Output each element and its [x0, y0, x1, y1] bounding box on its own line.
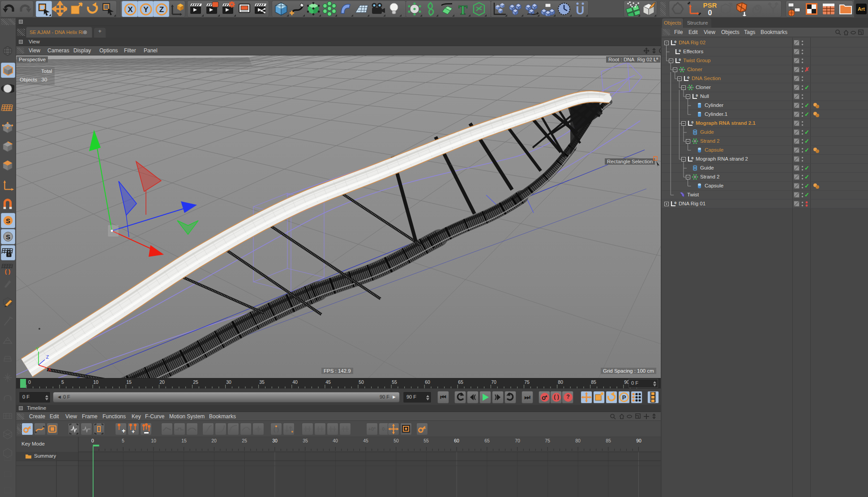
svg-text:( ): ( )	[5, 268, 10, 275]
svg-text:S: S	[6, 233, 10, 241]
svg-text:S: S	[6, 217, 10, 225]
svg-text:+: +	[132, 429, 135, 435]
svg-text:+: +	[122, 427, 125, 434]
svg-text:X: X	[128, 5, 133, 14]
svg-text:P: P	[622, 394, 626, 401]
svg-text:Z: Z	[46, 355, 49, 360]
svg-text:+0°: +0°	[368, 426, 376, 432]
svg-text:U: U	[576, 4, 585, 16]
svg-text:Z: Z	[159, 5, 164, 14]
svg-text:0↓: 0↓	[382, 426, 387, 432]
svg-text:Y: Y	[143, 5, 149, 14]
svg-text:X: X	[48, 367, 51, 372]
svg-text:Y: Y	[36, 347, 39, 352]
svg-text:T: T	[458, 2, 467, 16]
